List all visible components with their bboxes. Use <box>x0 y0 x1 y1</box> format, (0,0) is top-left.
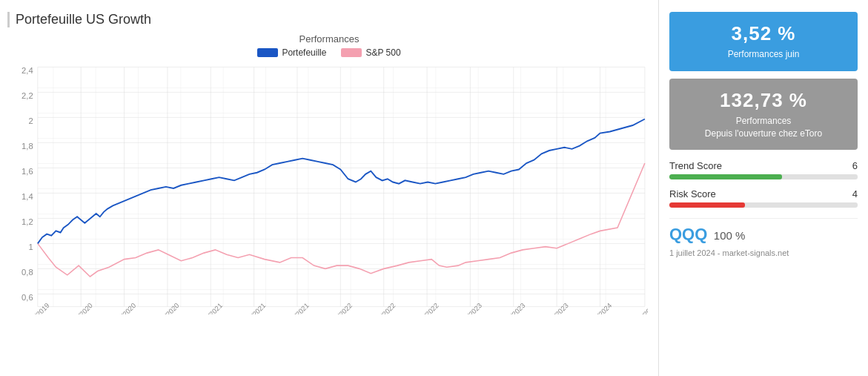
qqq-pct: 100 % <box>714 229 746 242</box>
svg-text:2,4: 2,4 <box>21 66 33 75</box>
page-title: Portefeuille US Growth <box>7 12 651 27</box>
svg-text:1: 1 <box>28 243 33 251</box>
chart-title: Performances <box>10 33 648 44</box>
perf-card-total: 132,73 % PerformancesDepuis l'ouverture … <box>669 79 858 151</box>
perf-june-value: 3,52 % <box>677 22 850 45</box>
chart-area: Performances Portefeuille S&P 500 2,4 <box>7 33 651 369</box>
svg-text:1,8: 1,8 <box>21 142 33 151</box>
qqq-section: QQQ 100 % 1 juillet 2024 - market-signal… <box>669 218 858 257</box>
svg-text:0,8: 0,8 <box>21 268 33 277</box>
perf-total-value: 132,73 % <box>677 89 850 112</box>
perf-june-label: Performances juin <box>677 48 850 61</box>
svg-text:01/11/2019: 01/11/2019 <box>21 301 50 314</box>
svg-text:1,6: 1,6 <box>21 167 33 176</box>
performance-chart: 2,4 2,2 2 1,8 1,6 1,4 1,2 1 0,8 0,6 <box>10 62 648 314</box>
risk-score-value: 4 <box>852 188 858 199</box>
perf-card-june: 3,52 % Performances juin <box>669 12 858 71</box>
risk-score-row: Risk Score 4 <box>669 188 858 208</box>
svg-rect-10 <box>38 67 645 306</box>
trend-score-value: 6 <box>852 160 858 171</box>
svg-text:2,2: 2,2 <box>21 91 33 100</box>
svg-text:0,6: 0,6 <box>21 293 33 302</box>
legend-color-sp500 <box>341 48 362 57</box>
trend-score-label: Trend Score <box>669 160 722 171</box>
trend-score-bar-fill <box>669 174 782 179</box>
risk-score-bar-fill <box>669 202 745 208</box>
qqq-ticker: QQQ <box>669 225 707 243</box>
legend-color-portfolio <box>257 48 278 57</box>
trend-score-bar-bg <box>669 174 858 179</box>
legend-sp500: S&P 500 <box>341 47 400 58</box>
svg-text:2: 2 <box>28 116 33 125</box>
legend-label-portfolio: Portefeuille <box>282 47 326 58</box>
perf-total-label: PerformancesDepuis l'ouverture chez eTor… <box>677 115 850 140</box>
legend-label-sp500: S&P 500 <box>365 47 400 58</box>
trend-score-row: Trend Score 6 <box>669 160 858 179</box>
risk-score-header: Risk Score 4 <box>669 188 858 199</box>
risk-score-label: Risk Score <box>669 188 716 199</box>
right-panel: 3,52 % Performances juin 132,73 % Perfor… <box>659 0 868 376</box>
risk-score-bar-bg <box>669 202 858 208</box>
chart-wrapper: 2,4 2,2 2 1,8 1,6 1,4 1,2 1 0,8 0,6 <box>10 62 648 314</box>
svg-text:1,4: 1,4 <box>21 192 33 201</box>
legend-portfolio: Portefeuille <box>257 47 326 58</box>
left-panel: Portefeuille US Growth Performances Port… <box>0 0 659 376</box>
trend-score-header: Trend Score 6 <box>669 160 858 171</box>
scores-section: Trend Score 6 Risk Score 4 <box>669 157 858 211</box>
qqq-ticker-row: QQQ 100 % <box>669 225 858 244</box>
svg-text:1,2: 1,2 <box>21 217 33 226</box>
qqq-date: 1 juillet 2024 - market-signals.net <box>669 248 858 257</box>
chart-legend: Portefeuille S&P 500 <box>10 47 648 58</box>
